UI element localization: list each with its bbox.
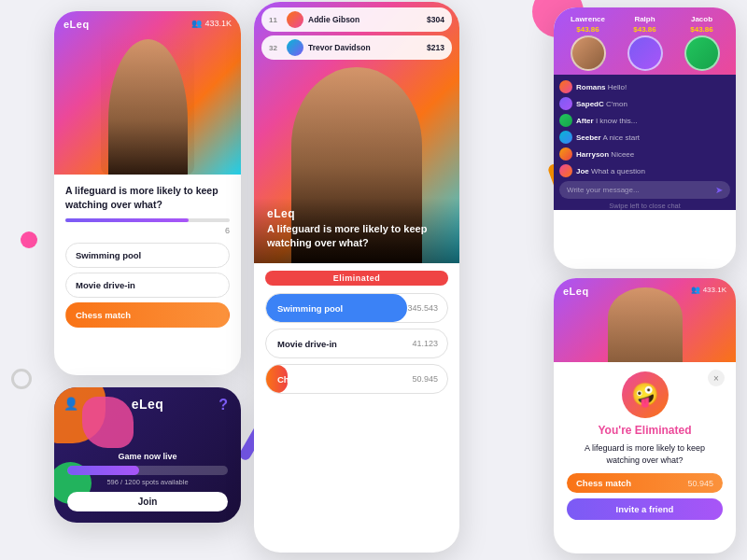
decorative-circle-pink <box>21 231 37 248</box>
result-label-swimming: Swimming pool <box>277 303 343 314</box>
result-count-swimming: 345.543 <box>407 303 438 313</box>
eliminated-title: You're Eliminated <box>567 424 723 437</box>
chat-row-2: After I know this... <box>559 114 730 127</box>
leader-ralph: Ralph $43.86 <box>627 15 663 71</box>
progress-number: 6 <box>65 226 230 235</box>
chat-avatar-0 <box>559 80 572 93</box>
lb-rank-1: 11 <box>269 16 282 24</box>
leader-lawrence-avatar <box>571 35 606 71</box>
card1-body: A lifeguard is more likely to keep watch… <box>54 175 241 342</box>
card1-users-count: 👥 433.1K <box>191 19 232 28</box>
result-label-chess: Chess match <box>277 374 332 385</box>
chat-row-5: Joe What a question <box>559 164 730 177</box>
join-game-card: 👤 eLeq ? Game now live 596 / 1200 spots … <box>54 387 241 523</box>
result-row-swimming: Swimming pool 345.543 <box>265 293 448 323</box>
leader-jacob-amount: $43.86 <box>690 25 712 34</box>
card5-logo: eLeq <box>563 286 589 297</box>
card5-users: 👥 433.1K <box>691 286 726 294</box>
result-row-movie: Movie drive-in 41.123 <box>265 329 448 358</box>
close-button[interactable]: × <box>708 370 725 386</box>
result-bar-swimming: Swimming pool 345.543 <box>265 293 448 323</box>
card3-leaders: Lawrence $43.86 Ralph $43.86 Jacob $43.8… <box>554 7 736 75</box>
progress-bar-wrap <box>65 218 230 222</box>
decorative-circle-outline <box>11 369 32 389</box>
lb-score-1: $304 <box>427 15 444 24</box>
result-bar-chess: Chess match 50.945 <box>265 364 448 394</box>
card1-logo: eLeq <box>63 19 90 30</box>
card2-leaderboard: 11 Addie Gibson $304 32 Trevor Davidson … <box>261 7 452 60</box>
card5-silhouette <box>608 287 683 362</box>
leader-ralph-name: Ralph <box>634 15 655 23</box>
lb-name-1: Addie Gibson <box>308 15 422 24</box>
leader-ralph-avatar <box>627 35 663 71</box>
lb-row-2: 32 Trevor Davidson $213 <box>261 35 452 60</box>
result-row-chess: Chess match 50.945 <box>265 364 448 394</box>
chat-avatar-3 <box>559 131 572 144</box>
chat-message-3: Seeber A nice start <box>576 133 640 142</box>
chat-message-4: Harryson Niceee <box>576 150 634 159</box>
card5-question: A lifeguard is more likely to keep watch… <box>567 442 723 466</box>
result-bar-movie: Movie drive-in 41.123 <box>265 329 448 358</box>
leader-jacob-name: Jacob <box>691 15 712 23</box>
card5-person <box>608 287 683 362</box>
card4-body: Game now live 596 / 1200 spots available… <box>54 452 241 511</box>
leaderboard-chat-card: Lawrence $43.86 Ralph $43.86 Jacob $43.8… <box>554 7 736 269</box>
eliminated-badge: Eliminated <box>265 271 448 286</box>
chat-avatar-4 <box>559 147 572 161</box>
spots-bar-fill <box>67 466 139 475</box>
leader-lawrence-amount: $43.86 <box>576 25 599 34</box>
card2-question: A lifeguard is more likely to keep watch… <box>267 222 446 250</box>
chat-message-1: SapedC C'mon <box>576 100 627 108</box>
result-count-chess: 50.945 <box>412 374 438 384</box>
lb-score-2: $213 <box>427 43 444 52</box>
eliminated-card: eLeq 👥 433.1K × 🤪 You're Eliminated A li… <box>554 278 736 553</box>
answer-movie-drivein[interactable]: Movie drive-in <box>65 273 230 298</box>
quiz-card: eLeq 👥 433.1K A lifeguard is more likely… <box>54 11 241 375</box>
chat-avatar-1 <box>559 97 572 110</box>
chat-row-3: Seeber A nice start <box>559 131 730 144</box>
progress-bar-fill <box>65 218 189 222</box>
chat-message-5: Joe What a question <box>576 167 645 175</box>
card5-answer-row: Chess match 50.945 <box>567 473 723 493</box>
mascot-avatar: 🤪 <box>622 371 669 418</box>
card1-person <box>101 30 194 175</box>
card5-answer-count: 50.945 <box>687 479 713 488</box>
card3-chat: Romans Hello! SapedC C'mon After I know … <box>554 75 736 210</box>
answer-chess-match[interactable]: Chess match <box>65 302 230 328</box>
chat-message-2: After I know this... <box>576 117 637 125</box>
chat-row-0: Romans Hello! <box>559 80 730 93</box>
swipe-hint: Swipe left to close chat <box>559 202 730 210</box>
chat-input-placeholder: Write your message... <box>567 186 715 194</box>
result-label-movie: Movie drive-in <box>277 339 337 349</box>
chat-avatar-2 <box>559 114 572 127</box>
card4-logo: eLeq <box>132 397 164 412</box>
chat-input-row[interactable]: Write your message... ➤ <box>559 181 730 199</box>
chat-row-1: SapedC C'mon <box>559 97 730 110</box>
blob-pink <box>82 397 134 448</box>
lb-row-1: 11 Addie Gibson $304 <box>261 7 452 32</box>
result-count-movie: 41.123 <box>412 339 438 348</box>
card5-body: × 🤪 You're Eliminated A lifeguard is mor… <box>554 362 736 531</box>
card2-question-overlay: eLeq A lifeguard is more likely to keep … <box>254 198 459 263</box>
leader-jacob-avatar <box>684 35 720 71</box>
card1-question: A lifeguard is more likely to keep watch… <box>65 184 230 211</box>
join-button[interactable]: Join <box>67 492 228 511</box>
chat-row-4: Harryson Niceee <box>559 147 730 161</box>
send-icon[interactable]: ➤ <box>715 185 723 195</box>
leader-jacob: Jacob $43.86 <box>684 15 720 71</box>
chat-message-0: Romans Hello! <box>576 83 627 91</box>
card5-answer-label: Chess match <box>576 478 631 488</box>
person-silhouette <box>108 39 188 175</box>
leader-lawrence-name: Lawrence <box>571 15 605 23</box>
lb-rank-2: 32 <box>269 44 282 52</box>
lb-name-2: Trevor Davidson <box>308 43 422 52</box>
leader-ralph-amount: $43.86 <box>633 25 655 34</box>
card2-results-body: Eliminated Swimming pool 345.543 Movie d… <box>254 263 459 407</box>
spots-text: 596 / 1200 spots available <box>67 478 228 486</box>
card2-logo: eLeq <box>267 207 446 220</box>
help-icon: ? <box>218 397 228 413</box>
answer-swimming-pool[interactable]: Swimming pool <box>65 243 230 268</box>
invite-button[interactable]: Invite a friend <box>567 498 723 520</box>
user-icon: 👤 <box>63 397 80 413</box>
card5-video-bg: eLeq 👥 433.1K <box>554 278 736 362</box>
